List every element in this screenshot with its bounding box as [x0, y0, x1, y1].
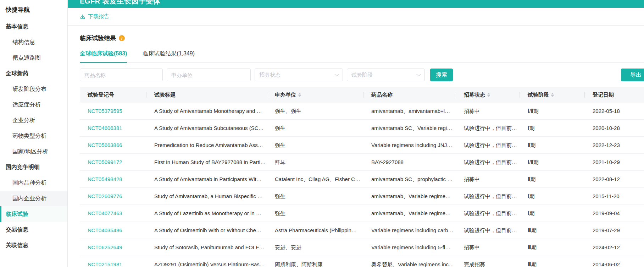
cell-phase: Ⅰ/Ⅱ期: [520, 103, 585, 119]
trial-id-link[interactable]: NCT06252649: [80, 239, 146, 256]
sidebar-header: 快捷导航: [0, 4, 67, 19]
column-header[interactable]: 试验标题: [146, 87, 267, 103]
download-report-link[interactable]: 下载报告: [68, 8, 644, 26]
sidebar-item-13[interactable]: 交易信息: [0, 222, 67, 238]
recruit-status-select[interactable]: 招募状态: [255, 69, 343, 81]
search-button[interactable]: 搜索: [430, 69, 453, 81]
cell-title: A Study of Amivantamab in Participants W…: [146, 171, 267, 187]
sidebar-item-8[interactable]: 国家/地区分析: [0, 144, 67, 159]
cell-drug: amivantamab SC、Variable regi…: [363, 120, 456, 136]
table-row[interactable]: NCT05379595A Study of Amivantamab Monoth…: [80, 103, 644, 120]
sidebar-item-11[interactable]: 国内企业分析: [0, 191, 67, 206]
table-row[interactable]: NCT02609776Study of Amivantamab, a Human…: [80, 188, 644, 205]
column-header-label: 登记日期: [593, 92, 614, 98]
cell-sponsor: 强生: [267, 120, 363, 136]
tab-global-trials[interactable]: 全球临床试验(583): [80, 50, 127, 63]
table-row[interactable]: NCT02151981AZD9291 (Osimertinib) Versus …: [80, 256, 644, 267]
cell-date: 2024-02-12: [585, 239, 644, 256]
cell-phase: Ⅰ/Ⅱ期: [520, 154, 585, 170]
table-row[interactable]: NCT06252649Study of Sotorasib, Panitumum…: [80, 239, 644, 256]
column-header[interactable]: 试验阶段: [520, 87, 585, 103]
column-header[interactable]: 药品名称: [363, 87, 456, 103]
trial-id-link[interactable]: NCT05379595: [80, 103, 146, 119]
trial-id-link[interactable]: NCT05099172: [80, 154, 146, 170]
trial-id-link[interactable]: NCT02151981: [80, 256, 146, 267]
table-header-row: 试验登记号 试验标题 申办单位 药品名称 招募状态 试验阶段 登记日期: [80, 87, 644, 103]
cell-date: 2022-12-23: [585, 137, 644, 153]
cell-drug: Variable regimens including JNJ…: [363, 137, 456, 153]
tab-trial-results[interactable]: 临床试验结果(1,349): [143, 50, 195, 62]
column-header[interactable]: 招募状态: [456, 87, 520, 103]
cell-date: 2014-06-02: [585, 256, 644, 267]
cell-sponsor: 拜耳: [267, 154, 363, 170]
section-title: 临床试验结果: [80, 34, 116, 42]
info-icon[interactable]: i: [119, 35, 125, 41]
cell-status: 试验进行中，但目前…: [456, 137, 520, 153]
sidebar-item-14[interactable]: 关联信息: [0, 238, 67, 253]
cell-title: First in Human Study of BAY2927088 in Pa…: [146, 154, 267, 170]
cell-drug: amivantamab、Variable regime…: [363, 188, 456, 205]
column-header-label: 试验阶段: [528, 92, 549, 98]
cell-phase: Ⅲ期: [520, 222, 585, 239]
download-icon: [80, 14, 85, 20]
cell-sponsor: 安进、安进: [267, 239, 363, 256]
sidebar-item-4[interactable]: 研发阶段分布: [0, 81, 67, 97]
trials-table: 试验登记号 试验标题 申办单位 药品名称 招募状态 试验阶段 登记日期 NCT0…: [80, 87, 644, 267]
recruit-status-placeholder: 招募状态: [259, 72, 281, 78]
trial-id-link[interactable]: NCT05663866: [80, 137, 146, 153]
cell-sponsor: Astra Pharmaceuticals (Philippin…: [267, 222, 363, 239]
trial-id-link[interactable]: NCT04035486: [80, 222, 146, 239]
sidebar-item-5[interactable]: 适应症分析: [0, 97, 67, 113]
cell-drug: Variable regimens including carb…: [363, 222, 456, 239]
sidebar-nav: 基本信息 结构信息 靶点通路图 全球新药 研发阶段分布 适应症分析 企业分析 药…: [0, 19, 67, 253]
cell-phase: Ⅰ期: [520, 205, 585, 222]
trial-phase-select[interactable]: 试验阶段: [347, 69, 425, 81]
sidebar-item-1[interactable]: 结构信息: [0, 34, 67, 50]
sort-icon[interactable]: [298, 93, 301, 97]
cell-date: 2019-07-29: [585, 222, 644, 239]
sidebar-item-2[interactable]: 靶点通路图: [0, 50, 67, 66]
trial-id-link[interactable]: NCT02609776: [80, 188, 146, 205]
cell-status: 试验进行中，但目前…: [456, 120, 520, 136]
trial-id-link[interactable]: NCT04077463: [80, 205, 146, 222]
cell-phase: Ⅱ期: [520, 171, 585, 187]
column-header[interactable]: 登记日期: [585, 87, 644, 103]
sidebar-item-12[interactable]: 临床试验: [0, 206, 67, 222]
column-header-label: 试验登记号: [88, 92, 114, 98]
cell-status: 完成招募: [456, 256, 520, 267]
sort-icon[interactable]: [551, 93, 554, 97]
download-report-label: 下载报告: [88, 13, 109, 20]
sort-icon[interactable]: [487, 93, 490, 97]
sidebar-item-label: 临床试验: [6, 211, 28, 217]
table-row[interactable]: NCT05498428A Study of Amivantamab in Par…: [80, 171, 644, 188]
sidebar-item-6[interactable]: 企业分析: [0, 113, 67, 128]
cell-sponsor: Catalent Inc、Cilag AG、Fisher C…: [267, 171, 363, 187]
sidebar-item-7[interactable]: 药物类型分析: [0, 128, 67, 144]
table-row[interactable]: NCT04606381A Study of Amivantamab Subcut…: [80, 120, 644, 137]
table-body: NCT05379595A Study of Amivantamab Monoth…: [80, 103, 644, 267]
table-row[interactable]: NCT04077463A Study of Lazertinib as Mono…: [80, 205, 644, 222]
cell-drug: amivantamab、Variable regime…: [363, 205, 456, 222]
sidebar-item-label: 国内品种分析: [12, 180, 46, 186]
cell-title: A Study of Amivantamab Monotherapy and …: [146, 103, 267, 119]
column-header[interactable]: 申办单位: [267, 87, 363, 103]
content: 临床试验结果 i 全球临床试验(583) 临床试验结果(1,349) 招募状态 …: [68, 26, 644, 267]
sidebar-item-10[interactable]: 国内品种分析: [0, 175, 67, 191]
trial-id-link[interactable]: NCT05498428: [80, 171, 146, 187]
drug-name-input[interactable]: [80, 69, 163, 81]
export-button[interactable]: 导出: [621, 69, 644, 81]
sidebar: 快捷导航 基本信息 结构信息 靶点通路图 全球新药 研发阶段分布 适应症分析 企…: [0, 0, 68, 267]
cell-status: 招募中: [456, 239, 520, 256]
sidebar-item-0[interactable]: 基本信息: [0, 19, 67, 34]
trial-id-link[interactable]: NCT04606381: [80, 120, 146, 136]
sponsor-input[interactable]: [167, 69, 251, 81]
sidebar-item-9[interactable]: 国内竞争明细: [0, 159, 67, 175]
table-row[interactable]: NCT05663866Premedication to Reduce Amiva…: [80, 137, 644, 154]
chevron-down-icon: [416, 72, 421, 76]
sidebar-item-label: 国家/地区分析: [12, 148, 48, 154]
table-row[interactable]: NCT05099172First in Human Study of BAY29…: [80, 154, 644, 171]
sidebar-item-3[interactable]: 全球新药: [0, 66, 67, 81]
cell-status: 试验进行中，但目前…: [456, 205, 520, 222]
column-header[interactable]: 试验登记号: [80, 87, 146, 103]
table-row[interactable]: NCT04035486A Study of Osimertinib With o…: [80, 222, 644, 239]
